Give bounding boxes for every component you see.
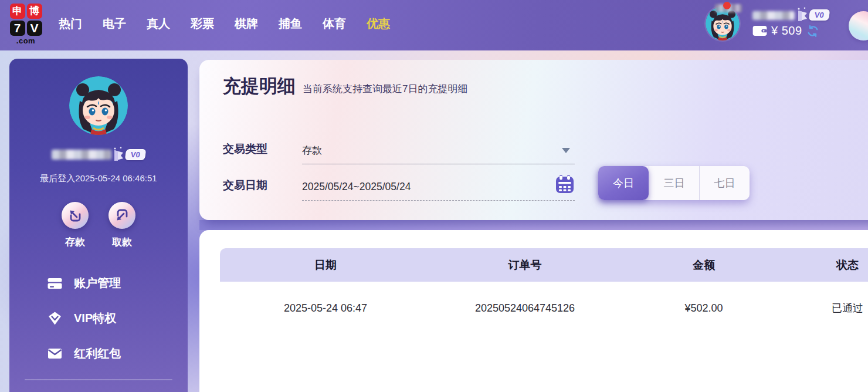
top-navbar: 申 博 7 V .com 热门 电子 真人 彩票 棋牌 捕鱼 体育 优惠 V0 — [0, 0, 868, 50]
range-7days-button[interactable]: 七日 — [699, 166, 750, 200]
withdraw-label: 取款 — [112, 235, 132, 249]
notification-dot — [723, 2, 731, 9]
nav-item-sports[interactable]: 体育 — [323, 16, 346, 32]
sidebar-item-label: VIP特权 — [74, 310, 116, 326]
nav-item-promos[interactable]: 优惠 — [367, 16, 390, 32]
wallet-icon — [752, 25, 767, 36]
nav-item-hot[interactable]: 热门 — [59, 16, 82, 32]
sidebar-item-account[interactable]: 账户管理 — [47, 265, 121, 300]
table-row[interactable]: 2025-05-24 06:47 20250524064745126 ¥502.… — [220, 282, 868, 334]
gem-icon — [47, 310, 63, 326]
cell-date: 2025-05-24 06:47 — [220, 302, 431, 315]
cell-amount: ¥502.00 — [619, 302, 789, 315]
profile-avatar[interactable] — [69, 76, 128, 135]
range-today-button[interactable]: 今日 — [598, 166, 649, 200]
main-nav: 热门 电子 真人 彩票 棋牌 捕鱼 体育 优惠 — [59, 0, 390, 47]
nav-item-live[interactable]: 真人 — [147, 16, 170, 32]
deposit-button[interactable]: 存款 — [62, 202, 89, 249]
logo-badge-bo: 博 — [27, 4, 42, 19]
refresh-balance-icon[interactable] — [806, 25, 819, 38]
nav-item-slots[interactable]: 电子 — [103, 16, 126, 32]
profile-username-blurred — [52, 150, 111, 160]
nav-item-fishing[interactable]: 捕鱼 — [279, 16, 302, 32]
main-content: 充提明细 当前系统支持查询最近7日的充提明细 交易类型 存款 交易日期 2025… — [199, 60, 868, 392]
page-title: 充提明细 — [223, 74, 296, 99]
transaction-date-label: 交易日期 — [223, 178, 267, 193]
profile-vip-level: V0 — [125, 149, 147, 160]
logo-row-mid: 7 V — [8, 21, 44, 36]
logo-badge-shen: 申 — [10, 4, 25, 19]
logo-7: 7 — [10, 21, 25, 36]
calendar-icon[interactable] — [555, 174, 575, 194]
date-range-value: 2025/05/24~2025/05/24 — [302, 181, 411, 193]
chevron-down-icon — [562, 148, 570, 157]
sidebar-item-redpacket[interactable]: 红利红包 — [47, 336, 121, 371]
transaction-type-select[interactable]: 存款 — [302, 137, 575, 164]
profile-name-row: V0 — [9, 147, 188, 162]
bank-card-icon — [47, 275, 63, 291]
col-header-date: 日期 — [220, 258, 431, 273]
cell-order: 20250524064745126 — [431, 302, 619, 315]
envelope-icon — [47, 346, 63, 361]
col-header-status: 状态 — [789, 258, 868, 273]
sidebar-item-label: 红利红包 — [74, 346, 121, 361]
profile-vip-badge[interactable]: V0 — [111, 147, 145, 162]
balance-amount: ¥ 509 — [771, 24, 802, 38]
withdraw-icon — [108, 202, 135, 229]
nav-item-cards[interactable]: 棋牌 — [235, 16, 258, 32]
wallet-balance: ¥ 509 — [752, 24, 819, 38]
floating-widget-partial[interactable] — [849, 11, 868, 40]
deposit-label: 存款 — [65, 235, 85, 249]
date-range-buttons: 今日 三日 七日 — [598, 166, 750, 200]
last-login-text: 最后登入2025-05-24 06:46:51 — [9, 173, 188, 184]
vip-badge[interactable]: V0 — [795, 7, 829, 22]
transaction-type-label: 交易类型 — [223, 141, 267, 157]
records-panel: 日期 订单号 金额 状态 2025-05-24 06:47 2025052406… — [199, 230, 868, 392]
range-3days-button[interactable]: 三日 — [649, 166, 699, 200]
panel-gap — [199, 220, 868, 230]
deposit-icon — [62, 202, 89, 229]
date-range-input[interactable]: 2025/05/24~2025/05/24 — [302, 173, 575, 201]
sidebar-item-vip[interactable]: VIP特权 — [47, 300, 121, 336]
col-header-amount: 金额 — [619, 258, 789, 273]
filter-panel: 充提明细 当前系统支持查询最近7日的充提明细 交易类型 存款 交易日期 2025… — [199, 60, 868, 220]
logo-v: V — [27, 21, 42, 36]
col-header-order: 订单号 — [431, 258, 619, 273]
nav-item-lottery[interactable]: 彩票 — [191, 16, 214, 32]
table-header: 日期 订单号 金额 状态 — [220, 248, 868, 282]
logo-row-top: 申 博 — [8, 4, 44, 19]
vip-level-label: V0 — [809, 9, 830, 21]
cell-status: 已通过 — [789, 301, 868, 315]
username-blurred — [752, 11, 795, 20]
transaction-type-value: 存款 — [302, 144, 322, 157]
logo-domain: .com — [8, 38, 44, 44]
quick-actions: 存款 取款 — [9, 202, 188, 249]
withdraw-button[interactable]: 取款 — [108, 202, 135, 249]
title-row: 充提明细 当前系统支持查询最近7日的充提明细 — [223, 74, 467, 99]
site-logo[interactable]: 申 博 7 V .com — [8, 4, 44, 44]
sidebar-item-label: 账户管理 — [74, 275, 121, 291]
sidebar-divider — [25, 379, 172, 380]
sidebar-menu: 账户管理 VIP特权 红利红包 — [47, 265, 121, 371]
sidebar: V0 最后登入2025-05-24 06:46:51 存款 — [9, 59, 188, 392]
page-subtitle: 当前系统支持查询最近7日的充提明细 — [303, 82, 467, 96]
